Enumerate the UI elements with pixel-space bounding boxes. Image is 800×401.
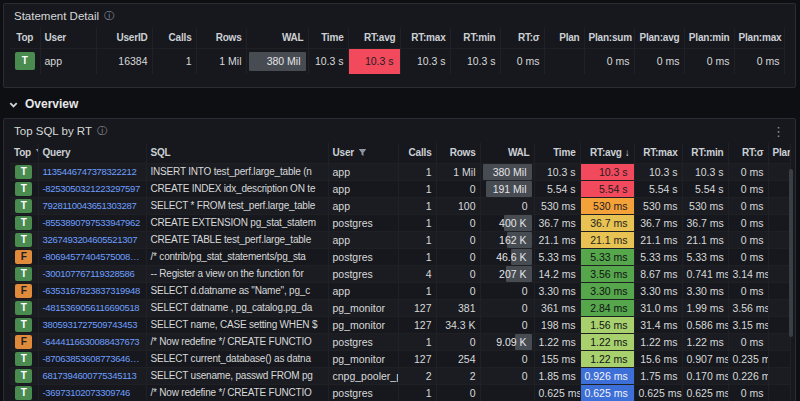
cell-sql: SELECT datname , pg_catalog.pg_da: [146, 299, 328, 316]
panel-title[interactable]: Statement Detail: [14, 10, 99, 22]
column-label: Plan: [773, 147, 791, 158]
column-header-user[interactable]: User: [40, 28, 96, 48]
statement-table-row: T app 16384 1 1 Mil 380 Mil 10.3 s 10.3 …: [10, 48, 784, 74]
cell-calls: 127: [398, 299, 436, 316]
column-header-calls[interactable]: Calls: [398, 143, 436, 163]
wal-gauge-bar: 380 Mil: [483, 164, 532, 180]
cell-top: T: [10, 180, 38, 197]
cell-wal: 0: [480, 197, 534, 214]
query-link[interactable]: -36973102073309746: [38, 384, 146, 401]
query-link[interactable]: 3267493204605521307: [38, 231, 146, 248]
cell-sql: /* Now redefine */ CREATE FUNCTIO: [146, 333, 328, 350]
column-label: SQL: [151, 147, 171, 158]
column-header-user[interactable]: User: [328, 143, 398, 163]
query-link[interactable]: -6353167823837319948: [38, 282, 146, 299]
query-link[interactable]: -6444116630088437673: [38, 333, 146, 350]
cell-calls: 1: [398, 248, 436, 265]
column-header-rtmax[interactable]: RT:max: [634, 143, 682, 163]
query-link[interactable]: 7928110043651303287: [38, 197, 146, 214]
top-badge: T: [15, 352, 32, 366]
statement-detail-panel-header: Statement Detail ⓘ: [4, 4, 795, 28]
column-header-wal[interactable]: WAL: [480, 143, 534, 163]
cell-user: app: [328, 231, 398, 248]
query-link[interactable]: -87063853608773646…: [38, 350, 146, 367]
cell-rt-sigma: 0 ms: [728, 231, 768, 248]
cell-rt-max: 8.67 ms: [634, 265, 682, 282]
top-badge: T: [15, 386, 32, 400]
column-header-rt[interactable]: RT:σ: [728, 143, 768, 163]
column-header-planmin[interactable]: Plan:min: [684, 28, 734, 48]
cell-top: T: [10, 265, 38, 282]
column-header-plan[interactable]: Plan: [768, 143, 790, 163]
sql-table-row: F -6444116630088437673 /* Now redefine *…: [10, 333, 790, 350]
column-header-plan[interactable]: Plan: [544, 28, 584, 48]
column-header-calls[interactable]: Calls: [152, 28, 196, 48]
wal-gauge-bar: 191 Mil: [486, 181, 531, 197]
overview-section-header[interactable]: Overview: [8, 95, 78, 113]
column-header-planmax[interactable]: Plan:max: [734, 28, 784, 48]
cell-wal: 380 Mil: [480, 163, 534, 180]
cell-wal: 0: [480, 350, 534, 367]
cell-plan-min: 0 ms: [684, 48, 734, 74]
cell-rows: 0: [436, 282, 480, 299]
cell-rt-max: 10.3 s: [634, 163, 682, 180]
column-header-rtavg[interactable]: RT:avg↓: [580, 143, 634, 163]
query-link[interactable]: -8253050321223297597: [38, 180, 146, 197]
cell-calls: 4: [398, 265, 436, 282]
column-header-top[interactable]: Top: [10, 28, 40, 48]
chevron-down-icon: [8, 99, 19, 110]
cell-rt-avg: 1.56 ms: [580, 316, 634, 333]
panel-title[interactable]: Top SQL by RT: [14, 125, 92, 137]
column-label: User: [45, 32, 66, 43]
cell-rt-max: 31.0 ms: [634, 299, 682, 316]
cell-top: T: [10, 214, 38, 231]
sql-table-row: T -300107767119328586 -- Register a view…: [10, 265, 790, 282]
column-header-rtavg[interactable]: RT:avg: [348, 28, 400, 48]
cell-rows: 100: [436, 197, 480, 214]
cell-sql: -- Register a view on the function for: [146, 265, 328, 282]
column-header-rtmin[interactable]: RT:min: [450, 28, 500, 48]
cell-wal: 162 K: [480, 231, 534, 248]
column-header-query[interactable]: Query: [38, 143, 146, 163]
query-link[interactable]: -300107767119328586: [38, 265, 146, 282]
cell-time: 10.3 s: [308, 48, 348, 74]
info-icon[interactable]: ⓘ: [104, 9, 114, 23]
cell-calls: 127: [398, 350, 436, 367]
sort-desc-icon[interactable]: ↓: [625, 147, 630, 158]
column-header-rows[interactable]: Rows: [196, 28, 246, 48]
query-link[interactable]: 1135446747378322212: [38, 163, 146, 180]
vertical-scrollbar[interactable]: [789, 169, 793, 337]
column-header-wal[interactable]: WAL: [246, 28, 308, 48]
column-header-top[interactable]: Top: [10, 143, 38, 163]
query-link[interactable]: 3805931727509743453: [38, 316, 146, 333]
column-header-planavg[interactable]: Plan:avg: [634, 28, 684, 48]
cell-rt-max: 10.3 s: [400, 48, 450, 74]
cell-user: pg_monitor: [328, 316, 398, 333]
filter-icon[interactable]: [358, 148, 367, 157]
panel-menu-icon[interactable]: ⋮: [772, 124, 785, 139]
top-badge: T: [15, 52, 35, 70]
top-badge: T: [15, 233, 32, 247]
column-header-sql[interactable]: SQL: [146, 143, 328, 163]
column-header-plansum[interactable]: Plan:sum: [584, 28, 634, 48]
column-header-rtmin[interactable]: RT:min: [682, 143, 728, 163]
column-label: RT:max: [411, 32, 445, 43]
sql-table-body: T 1135446747378322212 INSERT INTO test_p…: [10, 163, 790, 401]
cell-sql: INSERT INTO test_perf.large_table (n: [146, 163, 328, 180]
column-header-rows[interactable]: Rows: [436, 143, 480, 163]
query-link[interactable]: -8553890797533947962: [38, 214, 146, 231]
query-link[interactable]: -80694577404575008…: [38, 248, 146, 265]
column-header-userid[interactable]: UserID: [96, 28, 152, 48]
column-header-rt[interactable]: RT:σ: [500, 28, 544, 48]
column-header-rtmax[interactable]: RT:max: [400, 28, 450, 48]
column-header-time[interactable]: Time: [534, 143, 580, 163]
cell-user: app: [328, 163, 398, 180]
query-link[interactable]: -4815369056116690518: [38, 299, 146, 316]
column-header-time[interactable]: Time: [308, 28, 348, 48]
query-link[interactable]: 6817394600775345113: [38, 367, 146, 384]
top-badge: T: [15, 369, 32, 383]
cell-calls: 1: [398, 197, 436, 214]
cell-sql: SELECT * FROM test_perf.large_table: [146, 197, 328, 214]
info-icon[interactable]: ⓘ: [97, 124, 107, 138]
top-sql-panel: Top SQL by RT ⓘ ⋮ TopQuerySQLUserCallsRo…: [3, 118, 796, 401]
